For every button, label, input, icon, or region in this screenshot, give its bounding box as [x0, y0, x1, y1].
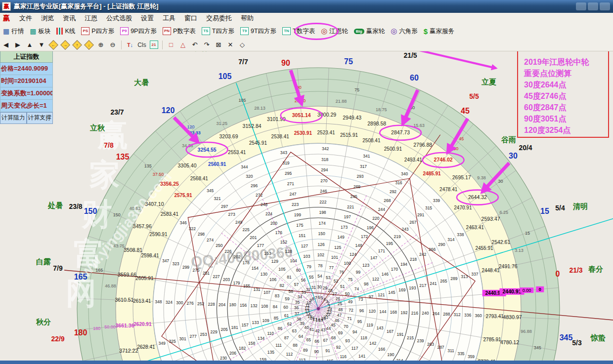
svg-text:26: 26	[336, 296, 341, 301]
draw-square-button[interactable]: □	[166, 40, 176, 50]
svg-text:2898.58: 2898.58	[367, 121, 386, 126]
svg-text:359: 359	[468, 354, 475, 359]
calendar-21-button[interactable]: 21	[148, 40, 159, 50]
svg-text:3203.69: 3203.69	[219, 133, 238, 139]
cls-button[interactable]: Cls	[136, 40, 147, 50]
svg-text:123: 123	[362, 263, 369, 268]
expand-x-button[interactable]: ✕	[225, 40, 236, 50]
pan-right-button[interactable]: →	[60, 40, 71, 50]
menu-0[interactable]: 文件	[15, 13, 37, 23]
outer-degree-markers: 9010512013515016518075604530150345	[74, 57, 573, 342]
toolbar-item-P四方形[interactable]: PSP四方形	[78, 25, 117, 37]
pan-down-button[interactable]: ↓	[84, 40, 94, 50]
menu-logo-icon: 赢	[3, 14, 10, 23]
svg-text:3610.51: 3610.51	[115, 297, 133, 303]
page-prev-button[interactable]: ◀	[0, 40, 11, 50]
svg-text:13: 13	[305, 309, 310, 314]
svg-text:153: 153	[264, 251, 271, 256]
blocks-icon: ▩	[30, 27, 36, 35]
toolbar-item-P数字表[interactable]: PNP数字表	[160, 25, 199, 37]
page-next-button[interactable]: ▶	[12, 40, 23, 50]
menu-2[interactable]: 资讯	[58, 13, 80, 23]
svg-text:177: 177	[257, 243, 264, 248]
svg-text:2575.91: 2575.91	[174, 193, 192, 198]
svg-text:96.88: 96.88	[521, 329, 532, 334]
toolbar-item-T四方形[interactable]: TST四方形	[199, 25, 237, 37]
toolbar-item-行情[interactable]: ▦行情	[0, 25, 27, 37]
drawing-toolbar: ◀▶▲▼←→↑↓⊕⊖T↓Cls21□△↶↷⊠✕◇	[0, 39, 613, 51]
step-down-button[interactable]: ▼	[36, 40, 47, 50]
minimize-button[interactable]	[576, 2, 586, 10]
menu-5[interactable]: 设置	[136, 13, 158, 23]
svg-text:155: 155	[243, 283, 250, 288]
svg-text:217: 217	[419, 283, 426, 288]
svg-text:3356.25: 3356.25	[160, 181, 179, 187]
calc-support-button[interactable]: 计算支撑	[27, 112, 53, 124]
pan-up-button[interactable]: ↑	[72, 40, 83, 50]
svg-text:2515.91: 2515.91	[340, 132, 358, 138]
svg-text:320: 320	[246, 174, 253, 179]
toolbar-item-江恩轮[interactable]: ◎江恩轮	[318, 25, 351, 37]
svg-text:165: 165	[74, 273, 88, 281]
svg-text:3508.81: 3508.81	[124, 247, 142, 253]
kline-icon	[56, 28, 63, 35]
svg-text:297: 297	[221, 204, 228, 209]
rotate-cw-button[interactable]: ↷	[201, 40, 212, 50]
svg-text:200: 200	[270, 221, 277, 226]
zoom-out-button[interactable]: ⊖	[107, 40, 118, 50]
toolbar-item-赢家服务[interactable]: $赢家服务	[421, 25, 457, 37]
svg-text:2560.91: 2560.91	[208, 162, 226, 167]
svg-text:324: 324	[166, 300, 173, 305]
menu-8[interactable]: 交易委托	[202, 13, 236, 23]
step-up-button[interactable]: ▲	[24, 40, 35, 50]
price-axis-button[interactable]: T↓	[125, 40, 135, 50]
select-cursor-button[interactable]: ◇	[237, 40, 248, 50]
annotation-line: 90度3051点	[524, 113, 608, 124]
svg-text:71: 71	[347, 316, 352, 321]
svg-text:64: 64	[299, 334, 304, 339]
svg-text:178: 178	[243, 260, 250, 265]
pan-left-button[interactable]: ←	[48, 40, 59, 50]
svg-text:60: 60	[283, 305, 288, 310]
pan-up-icon: ↑	[72, 40, 82, 50]
toolbar-item-K线[interactable]: K线	[53, 25, 78, 37]
bottom-scrollbar[interactable]	[0, 361, 613, 364]
maximize-button[interactable]	[588, 2, 598, 10]
toolbar-item-板块[interactable]: ▩板块	[27, 25, 53, 37]
svg-text:www.yingjia360.com: www.yingjia360.com	[69, 168, 175, 290]
box-x-button[interactable]: ⊠	[213, 40, 224, 50]
calc-resistance-button[interactable]: 计算阻力	[0, 112, 27, 124]
menu-1[interactable]: 浏览	[37, 13, 58, 23]
info-row-1: 时间=20190104	[0, 75, 53, 87]
svg-text:347: 347	[162, 258, 169, 263]
toolbar-item-9P四方形[interactable]: P99P四方形	[117, 25, 160, 37]
toolbar-item-9T四方形[interactable]: T99T四方形	[237, 25, 279, 37]
svg-text:QQ:400800360: QQ:400800360	[190, 243, 293, 270]
menu-7[interactable]: 窗口	[180, 13, 202, 23]
svg-text:2542.61: 2542.61	[491, 239, 510, 245]
draw-triangle-button[interactable]: △	[177, 40, 188, 50]
menu-9[interactable]: 帮助	[236, 13, 258, 23]
svg-text:3.13: 3.13	[515, 248, 524, 253]
svg-text:191: 191	[396, 332, 403, 337]
toolbar-item-T数字表[interactable]: TNT数字表	[279, 25, 318, 37]
toolbar-item-赢家轮[interactable]: Big赢家轮	[351, 25, 388, 37]
menu-4[interactable]: 公式选股	[102, 13, 136, 23]
svg-text:125: 125	[334, 245, 341, 250]
rotate-ccw-button[interactable]: ↶	[189, 40, 200, 50]
watermark: 赢家财富网www.yingjia360.comQQ:400800360	[66, 118, 293, 310]
close-button[interactable]	[600, 2, 610, 10]
menu-6[interactable]: 工具	[158, 13, 180, 23]
svg-text:322: 322	[189, 226, 196, 231]
svg-text:90: 90	[314, 349, 319, 354]
svg-text:313: 313	[461, 274, 468, 279]
zoom-in-button[interactable]: ⊕	[95, 40, 106, 50]
toolbar-item-六角形[interactable]: ◎六角形	[388, 25, 421, 37]
svg-text:293: 293	[356, 174, 363, 179]
winner-wheel-icon: Big	[354, 29, 364, 34]
svg-text:149: 149	[338, 235, 345, 240]
svg-text:39: 39	[300, 321, 305, 326]
menu-3[interactable]: 江恩	[80, 13, 102, 23]
svg-text:60: 60	[410, 74, 419, 82]
svg-text:182: 182	[239, 346, 246, 351]
